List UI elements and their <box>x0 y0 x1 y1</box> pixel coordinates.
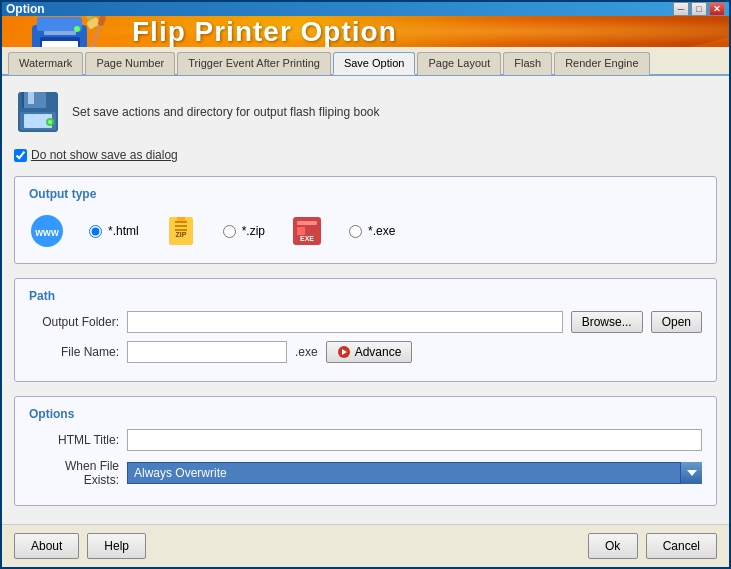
svg-rect-23 <box>177 217 185 221</box>
main-window: Option ─ □ ✕ <box>0 0 731 569</box>
app-title: Flip Printer Option <box>132 16 397 47</box>
tab-page-number[interactable]: Page Number <box>85 52 175 75</box>
options-title: Options <box>29 407 702 421</box>
radio-zip-input[interactable] <box>223 225 236 238</box>
tab-flash[interactable]: Flash <box>503 52 552 75</box>
description-text: Set save actions and directory for outpu… <box>72 105 380 119</box>
tab-page-layout[interactable]: Page Layout <box>417 52 501 75</box>
svg-text:EXE: EXE <box>300 235 314 242</box>
tab-bar: Watermark Page Number Trigger Event Afte… <box>2 47 729 76</box>
bottom-bar: About Help Ok Cancel <box>2 524 729 567</box>
browse-button[interactable]: Browse... <box>571 311 643 333</box>
file-ext-label: .exe <box>295 345 318 359</box>
zip-icon: ZIP <box>163 213 199 249</box>
path-section: Path Output Folder: Browse... Open File … <box>14 278 717 382</box>
path-title: Path <box>29 289 702 303</box>
bottom-right-buttons: Ok Cancel <box>588 533 717 559</box>
svg-rect-17 <box>22 92 24 108</box>
cancel-button[interactable]: Cancel <box>646 533 717 559</box>
radio-html: *.html <box>89 224 139 238</box>
tab-trigger-event[interactable]: Trigger Event After Printing <box>177 52 331 75</box>
advance-icon <box>337 345 351 359</box>
tab-watermark[interactable]: Watermark <box>8 52 83 75</box>
html-icon: www <box>29 213 65 249</box>
title-bar: Option ─ □ ✕ <box>2 2 729 16</box>
no-dialog-label[interactable]: Do not show save as dialog <box>31 148 178 162</box>
file-name-row: File Name: .exe Advance <box>29 341 702 363</box>
save-description: Set save actions and directory for outpu… <box>14 88 717 136</box>
window-controls: ─ □ ✕ <box>673 2 725 16</box>
output-type-options: www *.html ZIP *.zip <box>29 209 702 253</box>
radio-html-label[interactable]: *.html <box>108 224 139 238</box>
options-section: Options HTML Title: When File Exists: Al… <box>14 396 717 506</box>
when-file-exists-wrapper: Always Overwrite Ask Skip <box>127 462 702 484</box>
radio-zip-label[interactable]: *.zip <box>242 224 265 238</box>
radio-exe: *.exe <box>349 224 395 238</box>
no-dialog-checkbox[interactable] <box>14 149 27 162</box>
when-file-exists-select[interactable]: Always Overwrite Ask Skip <box>127 462 702 484</box>
output-type-title: Output type <box>29 187 702 201</box>
about-button[interactable]: About <box>14 533 79 559</box>
svg-point-19 <box>48 120 52 124</box>
svg-rect-3 <box>42 41 78 48</box>
app-logo-icon <box>22 16 112 47</box>
svg-rect-27 <box>175 229 187 231</box>
html-title-label: HTML Title: <box>29 433 119 447</box>
svg-rect-29 <box>297 221 317 225</box>
when-file-exists-label: When File Exists: <box>29 459 119 487</box>
bottom-left-buttons: About Help <box>14 533 146 559</box>
ok-button[interactable]: Ok <box>588 533 638 559</box>
svg-rect-4 <box>44 31 76 35</box>
svg-rect-14 <box>28 92 34 104</box>
tab-render-engine[interactable]: Render Engine <box>554 52 649 75</box>
radio-zip: *.zip <box>223 224 265 238</box>
advance-button[interactable]: Advance <box>326 341 413 363</box>
output-folder-row: Output Folder: Browse... Open <box>29 311 702 333</box>
svg-text:ZIP: ZIP <box>175 231 186 238</box>
svg-text:www: www <box>34 227 59 238</box>
when-file-exists-row: When File Exists: Always Overwrite Ask S… <box>29 459 702 487</box>
output-folder-input[interactable] <box>127 311 563 333</box>
html-title-input[interactable] <box>127 429 702 451</box>
html-title-row: HTML Title: <box>29 429 702 451</box>
svg-rect-25 <box>175 221 187 223</box>
maximize-button[interactable]: □ <box>691 2 707 16</box>
svg-point-5 <box>74 26 80 32</box>
app-header: Flip Printer Option <box>2 16 729 47</box>
minimize-button[interactable]: ─ <box>673 2 689 16</box>
output-type-section: Output type www *.html ZIP <box>14 176 717 264</box>
radio-exe-label[interactable]: *.exe <box>368 224 395 238</box>
window-title: Option <box>6 2 45 16</box>
help-button[interactable]: Help <box>87 533 146 559</box>
tab-save-option[interactable]: Save Option <box>333 52 416 75</box>
file-name-label: File Name: <box>29 345 119 359</box>
output-folder-label: Output Folder: <box>29 315 119 329</box>
checkbox-row: Do not show save as dialog <box>14 148 717 162</box>
svg-rect-26 <box>175 225 187 227</box>
floppy-disk-icon <box>14 88 62 136</box>
radio-exe-input[interactable] <box>349 225 362 238</box>
close-button[interactable]: ✕ <box>709 2 725 16</box>
open-button[interactable]: Open <box>651 311 702 333</box>
exe-icon: EXE <box>289 213 325 249</box>
content-area: Set save actions and directory for outpu… <box>2 76 729 524</box>
file-name-input[interactable] <box>127 341 287 363</box>
svg-rect-13 <box>24 92 46 108</box>
svg-rect-30 <box>297 227 305 235</box>
radio-html-input[interactable] <box>89 225 102 238</box>
